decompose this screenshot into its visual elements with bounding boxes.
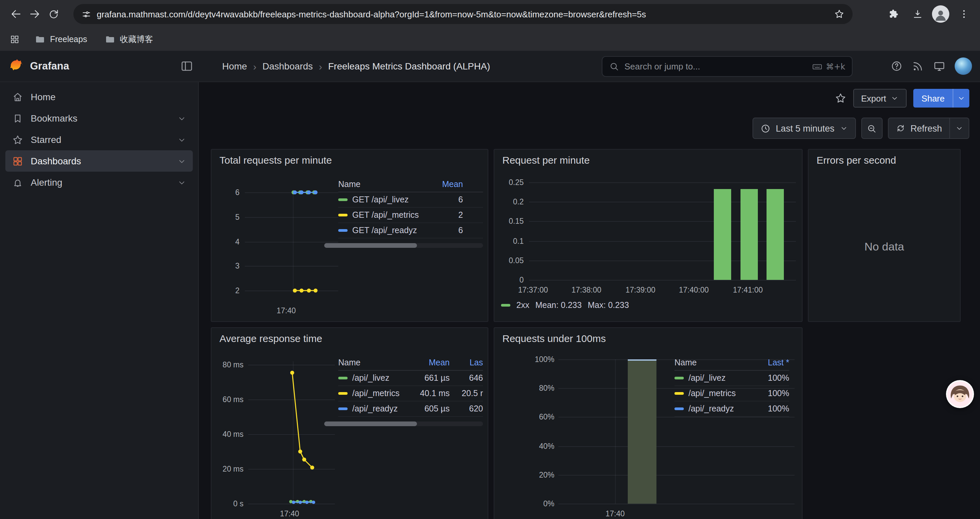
- panel-title[interactable]: Requests under 100ms: [502, 333, 606, 344]
- refresh-group: Refresh: [888, 118, 969, 139]
- breadcrumb-separator: ›: [319, 61, 322, 72]
- series-max: Max: 0.233: [588, 300, 629, 310]
- series-name: /api/_readyz: [352, 404, 411, 414]
- bar-2xx[interactable]: [767, 189, 784, 280]
- legend-row[interactable]: /api/_livez 661 µs 646: [338, 371, 483, 386]
- sidebar-item-starred[interactable]: Starred: [5, 129, 193, 150]
- chevron-down-icon: [840, 124, 848, 132]
- panel-total-requests-per-minute: Total requests per minute 6 5 4 3 2 17:4…: [211, 149, 488, 322]
- legend-row[interactable]: GET /api/_metrics 2: [338, 208, 483, 223]
- assistant-avatar-fab[interactable]: [946, 380, 974, 408]
- horizontal-scrollbar[interactable]: [324, 422, 483, 426]
- extensions-icon[interactable]: [884, 5, 903, 23]
- forward-button[interactable]: [25, 5, 44, 23]
- panel-title[interactable]: Errors per second: [816, 154, 896, 166]
- share-caret-button[interactable]: [953, 94, 969, 102]
- bookmark-folder-blogs[interactable]: 收藏博客: [104, 34, 153, 45]
- export-button[interactable]: Export: [853, 89, 907, 107]
- series-color-dash: [675, 377, 684, 379]
- legend-header-mean[interactable]: Mean: [424, 179, 463, 189]
- search-bar[interactable]: ⌘+k: [602, 56, 853, 77]
- url-bar[interactable]: [73, 4, 853, 24]
- legend-header-mean[interactable]: Mean: [411, 358, 450, 367]
- user-avatar[interactable]: [955, 57, 972, 75]
- download-icon[interactable]: [908, 5, 927, 23]
- sidebar-item-bookmarks[interactable]: Bookmarks: [5, 107, 193, 129]
- panel-title[interactable]: Request per minute: [502, 154, 590, 166]
- site-info-icon[interactable]: [81, 9, 91, 19]
- bookmarks-bar: Freeleaps 收藏博客: [0, 28, 980, 51]
- time-range-picker[interactable]: Last 5 minutes: [752, 118, 856, 139]
- browser-profile-avatar[interactable]: [932, 5, 949, 23]
- x-axis-tick: 17:40:00: [674, 285, 714, 295]
- sidebar: Home Bookmarks Starred Dashboards: [0, 82, 199, 519]
- search-input[interactable]: [624, 61, 812, 72]
- zoom-out-button[interactable]: [861, 118, 882, 139]
- chevron-down-icon[interactable]: [177, 114, 186, 123]
- series-mean: 6: [424, 226, 463, 235]
- legend-header-name[interactable]: Name: [338, 179, 424, 189]
- series-mean: 6: [424, 195, 463, 204]
- legend-row[interactable]: /api/_metrics 40.1 ms 20.5 r: [338, 386, 483, 401]
- series-mean: 2: [424, 211, 463, 220]
- refresh-button[interactable]: Refresh: [888, 118, 950, 139]
- breadcrumb-dashboards[interactable]: Dashboards: [262, 61, 313, 72]
- x-axis-tick: 17:38:00: [566, 285, 606, 295]
- legend-row[interactable]: GET /api/_livez 6: [338, 192, 483, 208]
- horizontal-scrollbar[interactable]: [324, 243, 483, 248]
- news-rss-icon[interactable]: [912, 60, 924, 72]
- sidebar-item-alerting[interactable]: Alerting: [5, 172, 193, 193]
- legend-row[interactable]: /api/_readyz 100%: [675, 401, 789, 417]
- back-button[interactable]: [7, 5, 25, 23]
- reload-button[interactable]: [44, 5, 63, 23]
- help-icon[interactable]: [891, 60, 903, 72]
- chevron-down-icon[interactable]: [177, 178, 186, 187]
- legend-row[interactable]: /api/_metrics 100%: [675, 386, 789, 401]
- bar-2xx[interactable]: [714, 189, 731, 280]
- x-axis-tick: 17:40: [597, 509, 634, 518]
- scrollbar-thumb[interactable]: [324, 243, 417, 248]
- breadcrumb-home[interactable]: Home: [222, 61, 247, 72]
- series-color-dash: [338, 392, 348, 395]
- sidebar-item-dashboards[interactable]: Dashboards: [5, 150, 193, 172]
- series-name[interactable]: 2xx: [516, 300, 529, 310]
- brand: Grafana: [8, 51, 69, 81]
- legend-header-name[interactable]: Name: [338, 358, 411, 367]
- menu-kebab-icon[interactable]: [955, 5, 973, 23]
- series-color-dash: [675, 407, 684, 410]
- dock-menu-button[interactable]: [180, 59, 194, 73]
- url-input[interactable]: [97, 9, 829, 19]
- legend-header-last[interactable]: Las: [450, 358, 483, 367]
- bar-percentage[interactable]: [628, 359, 657, 504]
- bookmark-star-icon[interactable]: [834, 9, 845, 19]
- y-axis-tick: 0.05: [494, 256, 524, 265]
- grafana-logo[interactable]: [8, 58, 24, 74]
- series-mean: 40.1 ms: [411, 389, 450, 398]
- sidebar-item-label: Dashboards: [31, 156, 81, 166]
- legend-header-last[interactable]: Last *: [749, 358, 789, 367]
- monitor-icon[interactable]: [933, 60, 945, 72]
- series-name: GET /api/_readyz: [352, 226, 424, 235]
- legend-header-name[interactable]: Name: [675, 358, 749, 367]
- legend-row[interactable]: GET /api/_readyz 6: [338, 223, 483, 238]
- bookmark-folder-freeleaps[interactable]: Freeleaps: [35, 34, 87, 45]
- series-mean: Mean: 0.233: [535, 300, 582, 310]
- sidebar-item-home[interactable]: Home: [5, 86, 193, 107]
- chevron-down-icon[interactable]: [177, 156, 186, 165]
- legend-row[interactable]: /api/_readyz 605 µs 620: [338, 401, 483, 417]
- chevron-down-icon[interactable]: [177, 135, 186, 144]
- share-button[interactable]: Share: [914, 89, 969, 107]
- scrollbar-thumb[interactable]: [324, 422, 417, 426]
- bar-2xx[interactable]: [740, 189, 758, 280]
- avatar-image: [947, 382, 973, 407]
- series-last: 100%: [749, 374, 789, 383]
- legend-header: Name Mean: [338, 176, 483, 192]
- apps-grid-icon[interactable]: [10, 34, 20, 45]
- bookmark-folder-label: 收藏博客: [120, 34, 153, 45]
- panel-errors-per-second: Errors per second No data: [808, 149, 961, 322]
- chevron-down-icon: [955, 124, 963, 132]
- refresh-interval-caret[interactable]: [950, 118, 969, 139]
- legend-row[interactable]: /api/_livez 100%: [675, 371, 789, 386]
- no-data-text: No data: [808, 241, 960, 254]
- favorite-star-button[interactable]: [834, 92, 846, 104]
